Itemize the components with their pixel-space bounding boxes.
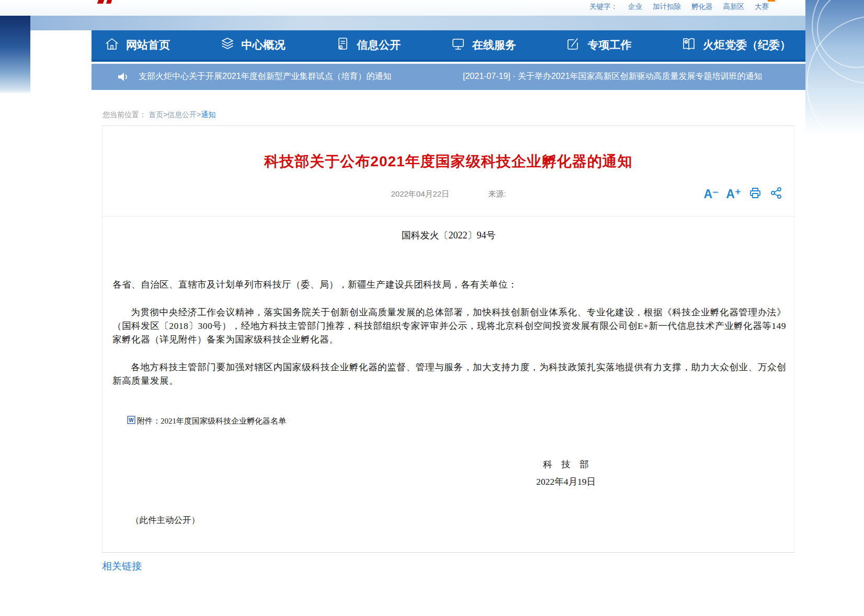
breadcrumb: 您当前位置： 首页>信息公开>通知	[103, 110, 215, 120]
keyword-link-incubator[interactable]: 孵化器	[691, 2, 713, 12]
article-meta: 2022年04月22日 来源:	[102, 189, 795, 199]
decorative-dash	[768, 0, 775, 2]
nav-item-home[interactable]: 网站首页	[104, 36, 170, 54]
keyword-link-hightech-zone[interactable]: 高新区	[723, 2, 745, 12]
keywords-bar: 关键字： 企业 加计扣除 孵化器 高新区 大赛	[589, 2, 769, 12]
nav-item-special-projects[interactable]: 专项工作	[565, 36, 631, 54]
party-book-icon	[681, 36, 697, 54]
publish-date: 2022年04月22日	[391, 189, 449, 198]
publicity-note: （此件主动公开）	[131, 515, 200, 526]
nav-item-party-committee[interactable]: 火炬党委（纪委）	[681, 36, 791, 54]
ticker-notice-left[interactable]: 支部火炬中心关于开展2021年度创新型产业集群试点（培育）的通知	[139, 71, 392, 82]
paragraph-body-1: 为贯彻中央经济工作会议精神，落实国务院关于创新创业高质量发展的总体部署，加快科技…	[112, 305, 786, 346]
monitor-icon	[450, 36, 466, 54]
signature-block: 科 技 部 2022年4月19日	[501, 458, 631, 488]
page-title: 科技部关于公布2021年度国家级科技企业孵化器的通知	[102, 152, 795, 172]
article-toolbar: A⁻ A⁺	[704, 186, 783, 202]
header-globe-graphic	[805, 0, 864, 135]
nav-item-label: 火炬党委（纪委）	[703, 38, 791, 52]
related-divider	[102, 552, 795, 553]
svg-text:W: W	[129, 417, 134, 423]
keyword-link-deduction[interactable]: 加计扣除	[653, 2, 681, 12]
home-icon	[104, 36, 120, 54]
word-doc-icon: W	[127, 416, 135, 426]
nav-item-overview[interactable]: 中心概况	[220, 36, 286, 54]
header-gradient-band	[0, 16, 864, 30]
main-nav: 网站首页 中心概况 信息公开 在线服务 专项工作 火炬党委（纪委）	[92, 30, 805, 62]
breadcrumb-label: 您当前位置：	[103, 110, 146, 119]
nav-item-label: 网站首页	[126, 38, 170, 52]
logo-fragment	[97, 0, 104, 4]
nav-item-label: 专项工作	[587, 38, 631, 52]
breadcrumb-home[interactable]: 首页	[149, 110, 163, 119]
nav-item-online-services[interactable]: 在线服务	[450, 36, 516, 54]
nav-item-info-disclosure[interactable]: 信息公开	[335, 36, 401, 54]
pen-icon	[565, 36, 581, 54]
layers-icon	[220, 36, 235, 54]
breadcrumb-notices[interactable]: 通知	[201, 110, 215, 119]
attachment-link[interactable]: W 附件：2021年度国家级科技企业孵化器名单	[127, 416, 286, 426]
keyword-link-enterprise[interactable]: 企业	[628, 2, 642, 12]
attachment-label: 附件：2021年度国家级科技企业孵化器名单	[137, 416, 286, 426]
announcement-ticker: 支部火炬中心关于开展2021年度创新型产业集群试点（培育）的通知 [2021-0…	[92, 64, 805, 90]
document-icon	[335, 36, 350, 54]
related-links-title: 相关链接	[102, 560, 142, 573]
signature-name: 科 技 部	[501, 458, 631, 471]
font-increase-button[interactable]: A⁺	[726, 188, 741, 200]
ticker-notice-right[interactable]: [2021-07-19] · 关于举办2021年国家高新区创新驱动高质量发展专题…	[463, 71, 763, 82]
paragraph-body-2: 各地方科技主管部门要加强对辖区内国家级科技企业孵化器的监督、管理与服务，加大支持…	[112, 360, 786, 387]
document-number: 国科发火〔2022〕94号	[102, 229, 795, 242]
keywords-label: 关键字：	[589, 2, 618, 12]
share-icon[interactable]	[769, 186, 783, 202]
title-divider	[102, 216, 795, 216]
source-label: 来源:	[488, 189, 506, 198]
breadcrumb-info-disclosure[interactable]: 信息公开	[167, 110, 197, 119]
nav-item-label: 在线服务	[472, 38, 516, 52]
nav-item-label: 中心概况	[242, 38, 286, 52]
breadcrumb-separator: >	[163, 110, 167, 119]
header-left-banner	[0, 16, 30, 94]
keyword-link-competition[interactable]: 大赛	[755, 2, 769, 12]
nav-item-label: 信息公开	[357, 38, 401, 52]
printer-icon[interactable]	[748, 186, 762, 202]
paragraph-salutation: 各省、自治区、直辖市及计划单列市科技厅（委、局），新疆生产建设兵团科技局，各有关…	[112, 278, 786, 291]
font-decrease-button[interactable]: A⁻	[704, 188, 719, 200]
signature-date: 2022年4月19日	[501, 475, 631, 488]
